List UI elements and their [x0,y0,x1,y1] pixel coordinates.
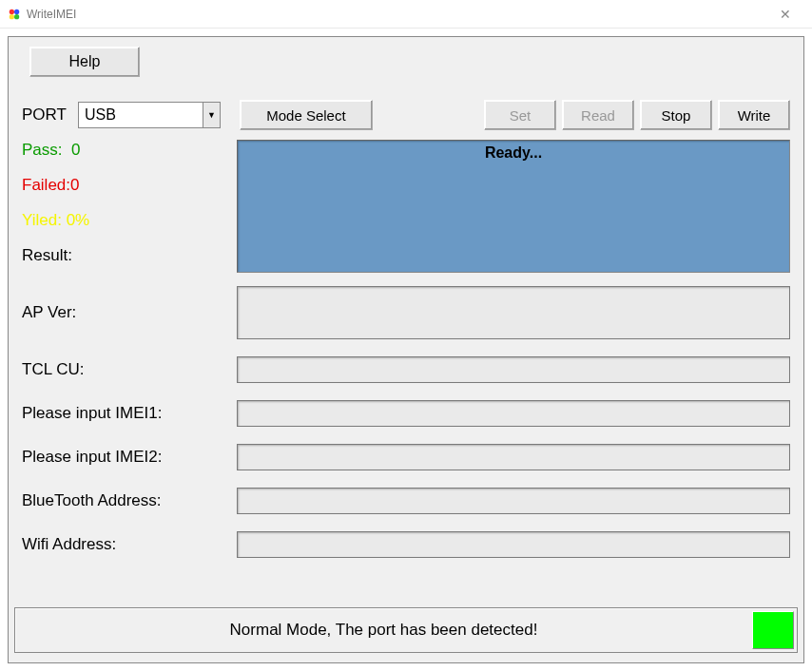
window-titlebar: WriteIMEI ✕ [0,0,812,29]
bluetooth-label: BlueTooth Address: [22,491,237,510]
wifi-label: Wifi Address: [22,535,237,554]
tcl-cu-field[interactable] [237,356,790,383]
status-indicator [752,611,794,649]
pass-stat: Pass: 0 [22,142,241,158]
port-select-value: USB [85,106,116,124]
svg-point-2 [10,14,14,19]
chevron-down-icon: ▼ [203,103,220,127]
status-text: Normal Mode, The port has been detected! [15,621,752,640]
wifi-field[interactable] [237,531,790,558]
port-label: PORT [22,105,67,125]
fields-area: AP Ver: TCL CU: Please input IMEI1: Plea… [22,286,790,575]
help-button[interactable]: Help [29,47,140,77]
svg-point-0 [10,9,14,13]
read-button[interactable]: Read [562,100,634,130]
main-panel: Help PORT USB ▼ Mode Select Set Read Sto… [8,36,804,663]
failed-label: Failed: [22,176,70,194]
stats-panel: Pass: 0 Failed:0 Yiled: 0% Result: [22,142,241,282]
app-icon [8,8,21,21]
tcl-cu-row: TCL CU: [22,356,790,383]
window-title: WriteIMEI [27,8,766,21]
yield-stat: Yiled: 0% [22,212,241,228]
status-bar: Normal Mode, The port has been detected! [14,607,798,653]
port-select[interactable]: USB ▼ [78,102,221,128]
imei1-row: Please input IMEI1: [22,400,790,427]
failed-stat: Failed:0 [22,177,241,193]
stop-button[interactable]: Stop [640,100,712,130]
wifi-row: Wifi Address: [22,531,790,558]
ap-ver-row: AP Ver: [22,286,790,339]
top-controls-row: PORT USB ▼ Mode Select Set Read Stop Wri… [22,100,790,130]
imei2-row: Please input IMEI2: [22,444,790,470]
result-label: Result: [22,247,241,263]
svg-point-3 [14,14,19,19]
imei1-label: Please input IMEI1: [22,404,237,423]
bluetooth-field[interactable] [237,488,790,514]
set-button[interactable]: Set [484,100,556,130]
action-button-group: Set Read Stop Write [484,100,790,130]
close-icon[interactable]: ✕ [766,7,804,22]
status-display-text: Ready... [485,144,542,161]
imei1-field[interactable] [237,400,790,427]
svg-point-1 [14,9,19,13]
tcl-cu-label: TCL CU: [22,360,237,379]
ap-ver-field[interactable] [237,286,790,339]
status-display-box: Ready... [237,140,790,273]
imei2-field[interactable] [237,444,790,470]
failed-value: 0 [70,176,79,194]
pass-value: 0 [71,141,80,159]
imei2-label: Please input IMEI2: [22,448,237,467]
pass-label: Pass: [22,141,63,159]
write-button[interactable]: Write [718,100,790,130]
ap-ver-label: AP Ver: [22,303,237,322]
bluetooth-row: BlueTooth Address: [22,488,790,514]
mode-select-button[interactable]: Mode Select [240,100,373,130]
yield-value: 0% [67,211,90,229]
yield-label: Yiled: [22,211,62,229]
